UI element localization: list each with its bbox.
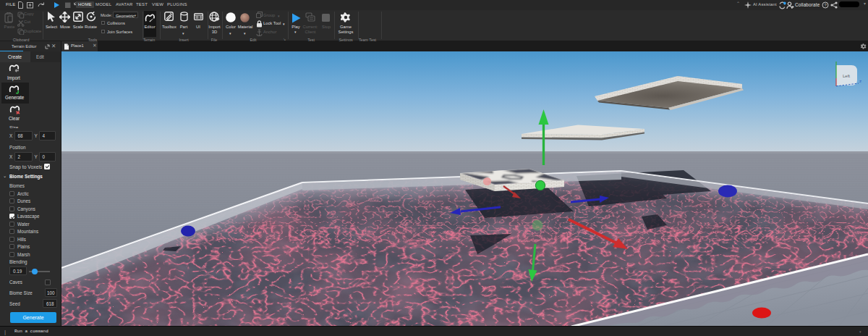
svg-text:z: z bbox=[859, 79, 861, 83]
svg-text:Left: Left bbox=[843, 74, 850, 78]
svg-text:?: ? bbox=[824, 3, 827, 7]
